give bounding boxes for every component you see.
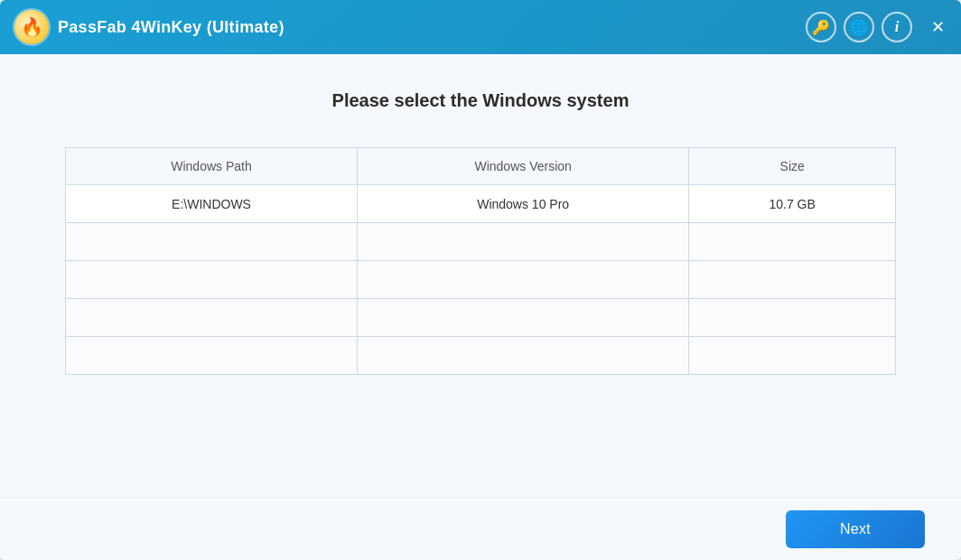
close-icon: ✕ <box>931 17 945 37</box>
cell-path <box>66 261 358 299</box>
cell-version <box>358 223 689 261</box>
info-button[interactable]: i <box>882 12 912 42</box>
titlebar-right: 🔑 🌐 i ✕ <box>806 12 950 42</box>
cell-path <box>66 337 358 375</box>
next-button[interactable]: Next <box>786 510 925 548</box>
key-button[interactable]: 🔑 <box>806 12 836 42</box>
main-window: 🔥 PassFab 4WinKey (Ultimate) 🔑 🌐 i ✕ Ple… <box>0 0 961 560</box>
table-row <box>66 299 896 337</box>
col-header-version: Windows Version <box>358 148 689 185</box>
col-header-path: Windows Path <box>66 148 358 185</box>
cell-size <box>689 299 896 337</box>
cell-path <box>66 223 358 261</box>
cell-version: Windows 10 Pro <box>358 185 689 223</box>
app-title: PassFab 4WinKey (Ultimate) <box>58 18 285 37</box>
table-row <box>66 223 896 261</box>
titlebar-left: 🔥 PassFab 4WinKey (Ultimate) <box>14 10 285 44</box>
key-icon: 🔑 <box>812 19 830 36</box>
cell-size <box>689 337 896 375</box>
logo-icon: 🔥 <box>21 16 43 38</box>
cell-size <box>689 261 896 299</box>
globe-icon: 🌐 <box>850 19 868 36</box>
cell-version <box>358 299 689 337</box>
globe-button[interactable]: 🌐 <box>844 12 874 42</box>
app-logo: 🔥 <box>14 10 49 44</box>
table-row <box>66 337 896 375</box>
cell-size: 10.7 GB <box>689 185 896 223</box>
cell-version <box>358 337 689 375</box>
cell-path <box>66 299 358 337</box>
close-button[interactable]: ✕ <box>925 14 950 40</box>
info-icon: i <box>895 19 899 35</box>
table-row[interactable]: E:\WINDOWSWindows 10 Pro10.7 GB <box>66 185 896 223</box>
footer: Next <box>0 497 961 560</box>
col-header-size: Size <box>689 148 896 185</box>
windows-table: Windows Path Windows Version Size E:\WIN… <box>65 147 896 375</box>
cell-version <box>358 261 689 299</box>
titlebar: 🔥 PassFab 4WinKey (Ultimate) 🔑 🌐 i ✕ <box>0 0 961 54</box>
cell-size <box>689 223 896 261</box>
page-title: Please select the Windows system <box>332 90 630 111</box>
table-row <box>66 261 896 299</box>
cell-path: E:\WINDOWS <box>66 185 358 223</box>
content-area: Please select the Windows system Windows… <box>0 54 961 497</box>
